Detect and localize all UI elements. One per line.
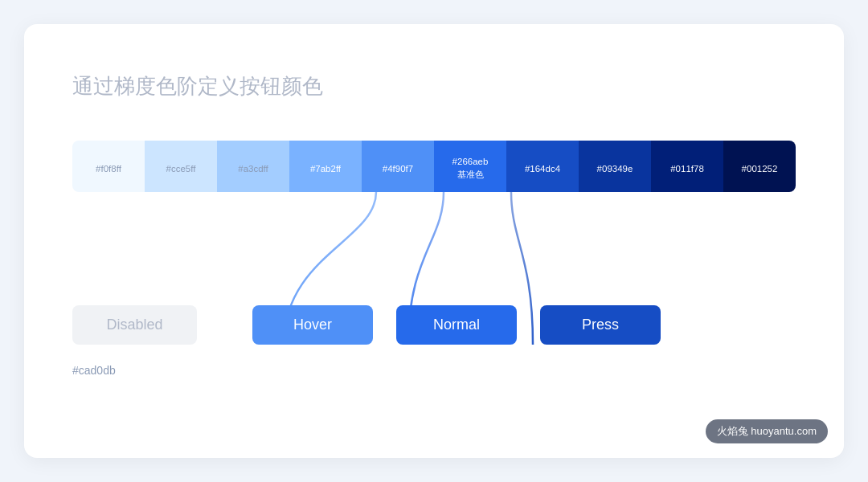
palette-hex: #4f90f7 [383, 164, 413, 174]
palette-item-8: #011f78 [651, 141, 723, 192]
palette-item-3: #7ab2ff [289, 141, 362, 192]
palette-item-5: #266aeb基准色 [434, 141, 506, 192]
palette-hex: #266aeb [452, 157, 489, 166]
normal-button[interactable]: Normal [396, 305, 517, 345]
color-palette: #f0f8ff#cce5ff#a3cdff#7ab2ff#4f90f7#266a… [72, 141, 796, 192]
press-button[interactable]: Press [540, 305, 661, 345]
palette-label: 基准色 [457, 169, 484, 181]
palette-hex: #001252 [742, 164, 778, 174]
palette-hex: #164dc4 [525, 164, 560, 174]
palette-hex: #09349e [597, 164, 633, 174]
palette-item-0: #f0f8ff [72, 141, 145, 192]
palette-hex: #011f78 [670, 164, 704, 174]
palette-item-1: #cce5ff [145, 141, 217, 192]
watermark: 火焰兔 huoyantu.com [706, 419, 828, 443]
palette-hex: #f0f8ff [96, 164, 121, 174]
disabled-button: Disabled [72, 305, 197, 345]
palette-hex: #7ab2ff [310, 164, 341, 174]
palette-hex: #a3cdff [238, 164, 268, 174]
palette-item-7: #09349e [579, 141, 651, 192]
main-card: 通过梯度色阶定义按钮颜色 #f0f8ff#cce5ff#a3cdff#7ab2f… [24, 24, 844, 458]
connector-area: Disabled #cad0db Hover Normal Press [72, 192, 796, 345]
hover-button[interactable]: Hover [252, 305, 373, 345]
palette-item-6: #164dc4 [506, 141, 579, 192]
page-title: 通过梯度色阶定义按钮颜色 [72, 72, 796, 100]
palette-item-9: #001252 [723, 141, 796, 192]
palette-item-4: #4f90f7 [362, 141, 434, 192]
palette-item-2: #a3cdff [217, 141, 289, 192]
disabled-color-label: #cad0db [72, 364, 116, 377]
palette-hex: #cce5ff [166, 164, 196, 174]
